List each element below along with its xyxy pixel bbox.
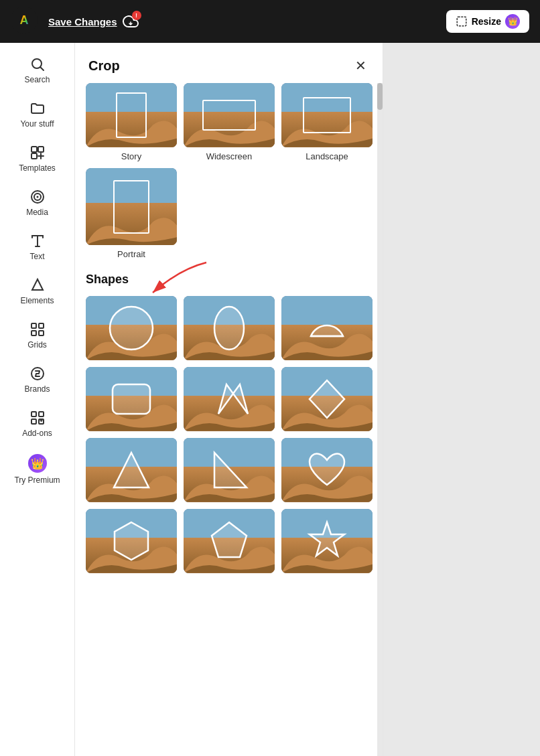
standard-crops-section: Story Widesc bbox=[86, 83, 372, 259]
svg-rect-23 bbox=[113, 384, 150, 414]
crop-thumb-widescreen bbox=[184, 83, 275, 147]
sidebar-item-text[interactable]: Text bbox=[0, 225, 74, 269]
svg-marker-30 bbox=[310, 522, 344, 556]
shape-item-hexagon[interactable] bbox=[86, 509, 177, 573]
sidebar-item-search[interactable]: Search bbox=[0, 48, 74, 92]
svg-marker-27 bbox=[214, 453, 247, 487]
sidebar-item-label: Media bbox=[26, 208, 48, 217]
shapes-section: Shapes bbox=[86, 273, 372, 573]
svg-rect-11 bbox=[39, 323, 44, 328]
resize-button[interactable]: Resize 👑 bbox=[446, 10, 529, 33]
crop-panel: Crop ✕ bbox=[75, 43, 383, 756]
shape-item-half-circle[interactable] bbox=[281, 296, 373, 360]
cloud-error-badge: ! bbox=[132, 11, 141, 20]
sidebar-item-media[interactable]: Media bbox=[0, 181, 74, 225]
sidebar-item-grids[interactable]: Grids bbox=[0, 313, 74, 358]
svg-rect-4 bbox=[31, 147, 37, 152]
shape-item-heart[interactable] bbox=[281, 438, 373, 502]
svg-marker-29 bbox=[212, 522, 247, 557]
crop-item-story[interactable]: Story bbox=[86, 83, 177, 161]
sidebar: Search Your stuff Templates Media bbox=[0, 43, 75, 756]
svg-point-9 bbox=[36, 196, 38, 198]
crop-thumb-portrait bbox=[86, 168, 177, 245]
shape-item-star[interactable] bbox=[281, 509, 373, 573]
sidebar-item-label: Templates bbox=[19, 163, 56, 173]
canvas-area bbox=[383, 43, 540, 756]
sidebar-item-label: Your stuff bbox=[20, 119, 54, 129]
svg-rect-12 bbox=[31, 331, 36, 335]
sidebar-item-label: Elements bbox=[20, 296, 54, 305]
svg-point-20 bbox=[110, 307, 153, 350]
triangle-overlay bbox=[107, 446, 155, 494]
crop-thumb-landscape bbox=[281, 83, 373, 147]
search-icon bbox=[29, 56, 46, 72]
svg-rect-5 bbox=[38, 147, 44, 152]
premium-icon: 👑 bbox=[28, 454, 47, 473]
scroll-track[interactable] bbox=[377, 83, 383, 756]
close-button[interactable]: ✕ bbox=[352, 56, 369, 75]
svg-rect-15 bbox=[31, 412, 36, 417]
save-changes-button[interactable]: Save Changes ! bbox=[48, 13, 139, 29]
scroll-thumb[interactable] bbox=[377, 83, 383, 110]
svg-rect-10 bbox=[31, 323, 36, 328]
text-icon bbox=[29, 233, 46, 249]
rounded-rect-overlay bbox=[107, 375, 155, 423]
svg-rect-2 bbox=[457, 17, 466, 26]
svg-text:A: A bbox=[20, 13, 29, 27]
premium-crown-icon: 👑 bbox=[505, 14, 520, 29]
shapes-title: Shapes bbox=[86, 273, 372, 287]
shape-item-parallelogram[interactable] bbox=[184, 367, 275, 431]
shape-item-pentagon[interactable] bbox=[184, 509, 275, 573]
star-overlay bbox=[303, 517, 351, 565]
sidebar-item-brands[interactable]: Brands bbox=[0, 358, 74, 402]
elements-icon bbox=[29, 277, 46, 293]
landscape-frame bbox=[303, 97, 351, 133]
svg-rect-13 bbox=[39, 331, 44, 335]
sidebar-item-label: Search bbox=[24, 75, 50, 84]
crop-thumb-story bbox=[86, 83, 177, 147]
crop-item-portrait[interactable]: Portrait bbox=[86, 168, 177, 259]
svg-point-21 bbox=[214, 307, 244, 350]
addons-icon bbox=[29, 410, 46, 426]
svg-rect-6 bbox=[31, 153, 37, 159]
shape-item-right-triangle[interactable] bbox=[184, 438, 275, 502]
templates-icon bbox=[29, 145, 46, 161]
app-logo[interactable]: A bbox=[11, 7, 38, 36]
sidebar-item-label: Add-ons bbox=[22, 429, 52, 438]
shape-item-diamond[interactable] bbox=[281, 367, 373, 431]
sidebar-item-elements[interactable]: Elements bbox=[0, 269, 74, 313]
svg-rect-16 bbox=[39, 412, 44, 417]
widescreen-frame bbox=[202, 100, 256, 131]
sidebar-item-try-premium[interactable]: 👑 Try Premium bbox=[0, 446, 74, 493]
crop-item-widescreen-label: Widescreen bbox=[206, 151, 253, 161]
shape-item-rounded-rect[interactable] bbox=[86, 367, 177, 431]
shapes-grid bbox=[86, 296, 372, 573]
portrait-frame bbox=[113, 180, 149, 234]
panel-header: Crop ✕ bbox=[75, 43, 383, 83]
sidebar-item-your-stuff[interactable]: Your stuff bbox=[0, 92, 74, 137]
sidebar-item-label: Grids bbox=[27, 340, 47, 350]
shape-item-oval[interactable] bbox=[184, 296, 275, 360]
panel-scroll-area[interactable]: Story Widesc bbox=[75, 83, 383, 756]
crop-item-widescreen[interactable]: Widescreen bbox=[184, 83, 275, 161]
half-circle-overlay bbox=[303, 304, 351, 352]
shape-item-circle[interactable] bbox=[86, 296, 177, 360]
heart-overlay bbox=[303, 446, 351, 494]
media-icon bbox=[29, 189, 46, 205]
svg-marker-28 bbox=[115, 522, 148, 560]
folder-icon bbox=[29, 100, 46, 117]
story-frame bbox=[116, 92, 147, 138]
sidebar-item-templates[interactable]: Templates bbox=[0, 137, 74, 181]
sidebar-item-label: Try Premium bbox=[14, 475, 60, 485]
crop-item-landscape[interactable]: Landscape bbox=[281, 83, 373, 161]
hexagon-overlay bbox=[107, 517, 155, 565]
svg-marker-25 bbox=[310, 380, 344, 418]
right-triangle-overlay bbox=[205, 446, 253, 494]
shape-item-triangle[interactable] bbox=[86, 438, 177, 502]
cloud-icon-wrap: ! bbox=[123, 13, 139, 29]
topbar-right: Resize 👑 bbox=[446, 10, 529, 33]
crop-item-story-label: Story bbox=[121, 151, 141, 161]
sidebar-item-addons[interactable]: Add-ons bbox=[0, 402, 74, 446]
svg-rect-17 bbox=[31, 419, 36, 424]
grids-icon bbox=[29, 321, 46, 337]
